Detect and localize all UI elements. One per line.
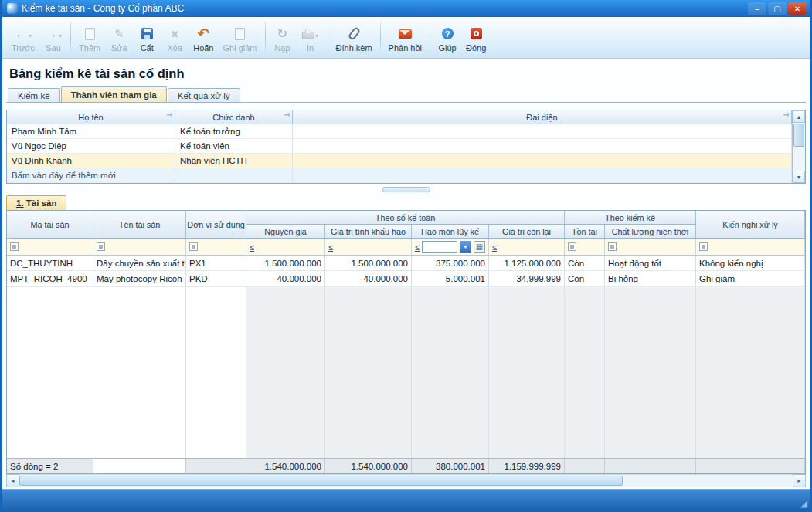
feedback-button[interactable]: Phản hồi [384, 20, 426, 56]
minimize-button[interactable]: – [748, 2, 766, 15]
close-view-button[interactable]: Đóng [461, 20, 491, 56]
filter-operator-button[interactable]: ≤ [328, 242, 333, 252]
add-button[interactable]: Thêm [74, 20, 105, 56]
members-vertical-scrollbar[interactable] [792, 110, 805, 183]
member-representative-cell[interactable] [293, 154, 792, 168]
member-row[interactable]: Vũ Ngọc Diệp Kế toán viên [7, 139, 792, 154]
asset-accum-depr-cell[interactable]: 5.000.001 [412, 271, 489, 287]
member-title-cell[interactable]: Nhân viên HCTH [175, 154, 293, 168]
member-row-selected[interactable]: Vũ Đình Khánh Nhân viên HCTH [7, 154, 792, 168]
delete-button[interactable]: Xóa [161, 20, 189, 56]
asset-code-cell[interactable]: DC_THUYTINH [7, 256, 93, 271]
horizontal-scrollbar[interactable] [6, 474, 806, 487]
column-pin-icon[interactable] [284, 111, 290, 119]
assets-col-header-depr-value[interactable]: Giá trị tính khấu hao [325, 225, 412, 239]
member-title-cell[interactable]: Kế toán viên [175, 139, 293, 154]
assets-col-header-exists[interactable]: Tồn tại [565, 225, 605, 239]
filter-checkbox-icon[interactable] [608, 242, 617, 251]
filter-checkbox-icon[interactable] [699, 242, 708, 251]
filter-cell-accum-depr[interactable]: ≤ [412, 239, 489, 256]
resize-grip-icon[interactable] [800, 499, 807, 508]
filter-picker-icon[interactable] [474, 241, 485, 253]
asset-quality-cell[interactable]: Bị hỏng [605, 271, 696, 287]
asset-unit-cell[interactable]: PX1 [186, 256, 246, 271]
assets-col-header-proposal[interactable]: Kiến nghị xử lý [696, 211, 805, 239]
back-button[interactable]: Trước [7, 20, 39, 56]
filter-checkbox-icon[interactable] [189, 242, 198, 251]
asset-name-cell[interactable]: Dây chuyền sản xuất thủy [93, 256, 186, 271]
filter-cell-unit[interactable] [186, 239, 246, 256]
assets-col-header-unit[interactable]: Đơn vị sử dụng [186, 211, 246, 239]
tab-thanh-vien-tham-gia[interactable]: Thành viên tham gia [61, 86, 167, 102]
member-name-cell[interactable]: Vũ Đình Khánh [7, 154, 175, 168]
assets-col-header-code[interactable]: Mã tài sản [7, 211, 93, 239]
assets-col-header-cost[interactable]: Nguyên giá [246, 225, 325, 239]
filter-cell-depr-value[interactable]: ≤ [325, 239, 412, 256]
asset-row[interactable]: DC_THUYTINH Dây chuyền sản xuất thủy PX1… [7, 256, 805, 271]
asset-name-cell[interactable]: Máy photocopy Ricoh 490 [93, 271, 186, 287]
undo-button[interactable]: Hoãn [189, 20, 218, 56]
member-representative-cell[interactable] [293, 139, 792, 154]
filter-cell-quality[interactable] [605, 239, 696, 256]
filter-cell-proposal[interactable] [696, 239, 805, 256]
asset-accum-depr-cell[interactable]: 375.000.000 [412, 256, 489, 271]
scroll-right-icon[interactable] [793, 474, 806, 487]
asset-proposal-cell[interactable]: Không kiến nghị [696, 256, 805, 271]
filter-checkbox-icon[interactable] [568, 242, 576, 251]
column-pin-icon[interactable] [783, 111, 789, 119]
asset-code-cell[interactable]: MPT_RICOH_4900 [7, 271, 93, 287]
filter-operator-button[interactable]: ≤ [492, 242, 497, 252]
scrollbar-track[interactable] [19, 474, 793, 487]
member-title-cell[interactable]: Kế toán trưởng [175, 124, 293, 139]
asset-cost-cell[interactable]: 1.500.000.000 [246, 256, 325, 271]
member-title-cell[interactable] [175, 168, 293, 183]
scroll-down-icon[interactable] [793, 171, 805, 183]
asset-remaining-cell[interactable]: 1.125.000.000 [489, 256, 565, 271]
scroll-up-icon[interactable] [793, 110, 805, 123]
filter-cell-code[interactable] [7, 239, 93, 256]
close-window-button[interactable]: ✕ [788, 2, 807, 15]
asset-depr-value-cell[interactable]: 40.000.000 [325, 271, 412, 287]
tab-ket-qua-xu-ly[interactable]: Kết quả xử lý [168, 88, 240, 102]
scroll-left-icon[interactable] [6, 474, 19, 487]
filter-cell-cost[interactable]: ≤ [246, 239, 325, 256]
scrollbar-thumb[interactable] [793, 124, 804, 147]
members-col-header-title[interactable]: Chức danh [175, 110, 293, 124]
assets-col-header-quality[interactable]: Chất lượng hiện thời [605, 225, 696, 239]
filter-checkbox-icon[interactable] [97, 242, 105, 251]
filter-cell-name[interactable] [93, 239, 186, 256]
tab-tai-san[interactable]: 1. Tài sản [6, 195, 66, 210]
asset-cost-cell[interactable]: 40.000.000 [246, 271, 325, 287]
filter-cell-exists[interactable] [565, 239, 605, 256]
new-row-hint[interactable]: Bấm vào đây để thêm mới [7, 168, 175, 183]
scrollbar-thumb[interactable] [19, 476, 623, 486]
asset-exists-cell[interactable]: Còn [565, 256, 605, 271]
member-representative-cell[interactable] [293, 124, 792, 139]
asset-exists-cell[interactable]: Còn [565, 271, 605, 287]
member-name-cell[interactable]: Phạm Minh Tâm [7, 124, 175, 139]
save-button[interactable]: Cất [133, 20, 161, 56]
asset-unit-cell[interactable]: PKD [186, 271, 246, 287]
filter-operator-button[interactable]: ≤ [415, 242, 420, 252]
asset-proposal-cell[interactable]: Ghi giảm [696, 271, 805, 287]
member-row[interactable]: Phạm Minh Tâm Kế toán trưởng [7, 124, 792, 139]
filter-checkbox-icon[interactable] [10, 242, 19, 251]
edit-button[interactable]: Sửa [105, 20, 133, 56]
asset-quality-cell[interactable]: Hoạt động tốt [605, 256, 696, 271]
asset-depr-value-cell[interactable]: 1.500.000.000 [325, 256, 412, 271]
reload-button[interactable]: Nạp [269, 20, 297, 56]
filter-dropdown-icon[interactable] [460, 241, 471, 253]
member-name-cell[interactable]: Vũ Ngọc Diệp [7, 139, 175, 154]
help-button[interactable]: Giúp [433, 20, 461, 56]
print-button[interactable]: In [297, 20, 324, 56]
assets-col-header-remaining[interactable]: Giá trị còn lại [489, 225, 565, 239]
member-new-row[interactable]: Bấm vào đây để thêm mới [7, 168, 792, 183]
filter-operator-button[interactable]: ≤ [250, 242, 254, 252]
asset-remaining-cell[interactable]: 34.999.999 [489, 271, 565, 287]
assets-col-header-name[interactable]: Tên tài sản [93, 211, 186, 239]
tab-kiem-ke[interactable]: Kiểm kê [8, 88, 60, 102]
member-representative-cell[interactable] [293, 168, 792, 183]
write-down-button[interactable]: Ghi giảm [218, 20, 261, 56]
scrollbar-track[interactable] [793, 123, 805, 171]
forward-button[interactable]: Sau [39, 20, 67, 56]
